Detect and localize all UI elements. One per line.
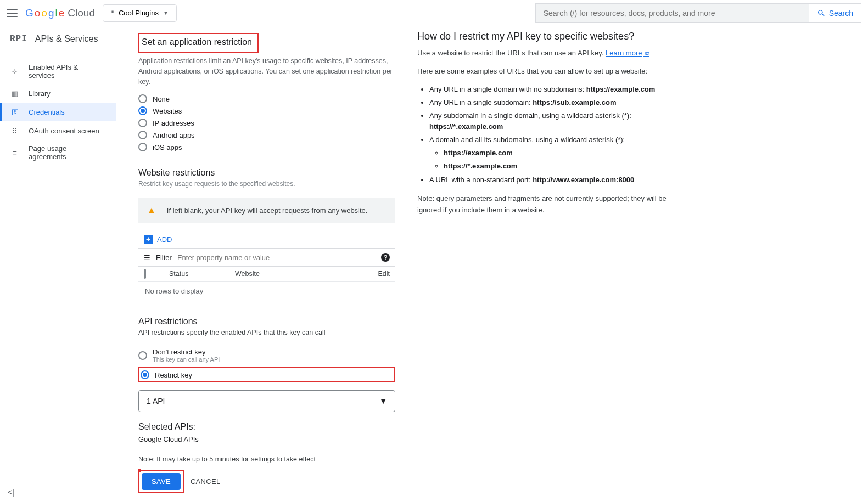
radio-icon <box>138 106 147 115</box>
col-edit: Edit <box>357 270 390 278</box>
filter-row: ☰ Filter ? <box>138 248 395 267</box>
help-sublist-item: https://*.example.com <box>444 161 681 172</box>
help-icon[interactable]: ? <box>381 253 390 262</box>
project-icon: ⠛ <box>111 10 114 16</box>
help-sublist-item: https://example.com <box>444 148 681 159</box>
warning-icon: ▲ <box>147 205 156 215</box>
radio-icon <box>138 143 147 151</box>
sidebar-item-credentials[interactable]: ⚿ Credentials <box>0 103 116 121</box>
help-list-item: Any URL in a single subdomain: https://s… <box>429 97 681 108</box>
filter-icon: ☰ <box>144 254 150 262</box>
filter-label: Filter <box>156 254 172 262</box>
radio-none[interactable]: None <box>138 94 395 103</box>
api-restrictions-title: API restrictions <box>138 317 395 327</box>
sidebar-item-enabled-apis[interactable]: ✧ Enabled APIs & services <box>0 59 116 84</box>
help-list-item: A domain and all its subdomains, using a… <box>429 134 681 172</box>
table-header: Status Website Edit <box>138 267 395 282</box>
button-row: SAVE CANCEL <box>138 470 395 493</box>
radio-icon <box>138 94 147 103</box>
highlight-app-restriction: Set an application restriction <box>138 33 259 53</box>
help-column: How do I restrict my API key to specific… <box>406 26 681 479</box>
radio-icon <box>138 119 147 127</box>
radio-icon <box>138 351 147 360</box>
logo-suffix: Cloud <box>68 7 95 19</box>
app-restriction-desc: Application restrictions limit an API ke… <box>138 56 395 87</box>
learn-more-link[interactable]: Learn more ⧉ <box>606 49 649 57</box>
api-select[interactable]: 1 API ▼ <box>138 390 395 412</box>
api-icon: RPI <box>10 34 27 44</box>
sidebar-item-agreements[interactable]: ≡ Page usage agreements <box>0 140 116 165</box>
add-website-button[interactable]: + ADD <box>138 223 395 248</box>
chevron-down-icon: ▼ <box>163 10 169 16</box>
left-column: Set an application restriction Applicati… <box>116 26 406 479</box>
highlight-restrict-key: Restrict key <box>138 367 395 382</box>
sidenav: RPI APIs & Services ✧ Enabled APIs & ser… <box>0 26 116 501</box>
collapse-handle[interactable]: <| <box>8 488 14 497</box>
radio-ip[interactable]: IP addresses <box>138 119 395 127</box>
section-title-app-restriction: Set an application restriction <box>142 37 252 47</box>
plus-icon: + <box>144 235 153 244</box>
consent-icon: ⠿ <box>10 126 20 136</box>
search-group: Search <box>535 3 861 23</box>
help-list-item: Any subdomain in a single domain, using … <box>429 110 681 132</box>
select-all-checkbox[interactable] <box>144 269 146 279</box>
diamond-icon: ✧ <box>10 66 20 76</box>
help-title: How do I restrict my API key to specific… <box>417 31 681 42</box>
sidebar-item-library[interactable]: ▥ Library <box>0 84 116 103</box>
sidenav-title: RPI APIs & Services <box>0 31 116 53</box>
radio-dont-restrict[interactable]: Don't restrict key This key can call any… <box>138 348 395 363</box>
col-website: Website <box>235 270 357 278</box>
radio-android[interactable]: Android apps <box>138 131 395 139</box>
radio-icon <box>141 370 149 379</box>
project-name: Cool Plugins <box>119 9 159 17</box>
radio-icon <box>138 131 147 139</box>
selected-api: Google Cloud APIs <box>138 435 395 443</box>
api-restriction-options: Don't restrict key This key can call any… <box>138 348 395 382</box>
api-restrictions-desc: API restrictions specify the enabled API… <box>138 328 395 338</box>
filter-input[interactable] <box>177 254 376 262</box>
cancel-button[interactable]: CANCEL <box>191 477 221 486</box>
main: Set an application restriction Applicati… <box>116 26 868 501</box>
help-note: Note: query parameters and fragments are… <box>417 193 681 216</box>
search-button[interactable]: Search <box>809 3 861 23</box>
warning-box: ▲ If left blank, your API key will accep… <box>138 198 395 223</box>
sidebar-item-oauth[interactable]: ⠿ OAuth consent screen <box>0 121 116 140</box>
search-input[interactable] <box>535 3 809 23</box>
project-selector[interactable]: ⠛ Cool Plugins ▼ <box>103 4 177 22</box>
radio-websites[interactable]: Websites <box>138 106 395 115</box>
help-list-item: A URL with a non-standard port: http://w… <box>429 174 681 185</box>
top-header: Google Cloud ⠛ Cool Plugins ▼ Search <box>0 0 868 26</box>
help-list: Any URL in a single domain with no subdo… <box>417 84 681 185</box>
agreement-icon: ≡ <box>10 148 20 157</box>
col-status: Status <box>169 270 235 278</box>
hamburger-icon[interactable] <box>7 8 18 19</box>
highlight-save: SAVE <box>138 470 184 493</box>
chevron-down-icon: ▼ <box>379 397 387 406</box>
save-button[interactable]: SAVE <box>142 473 181 490</box>
radio-restrict-key[interactable]: Restrict key <box>141 370 339 379</box>
website-restrictions-title: Website restrictions <box>138 168 395 178</box>
app-restriction-options: None Websites IP addresses Android apps … <box>138 94 395 151</box>
radio-ios[interactable]: iOS apps <box>138 143 395 151</box>
empty-table: No rows to display <box>138 282 395 301</box>
note-text: Note: It may take up to 5 minutes for se… <box>138 455 395 463</box>
logo[interactable]: Google Cloud <box>25 7 95 19</box>
help-paragraph: Here are some examples of URLs that you … <box>417 66 681 77</box>
help-paragraph: Use a website to restrict the URLs that … <box>417 48 681 59</box>
library-icon: ▥ <box>10 88 20 98</box>
help-list-item: Any URL in a single domain with no subdo… <box>429 84 681 95</box>
search-icon <box>817 9 826 18</box>
key-icon: ⚿ <box>10 107 20 117</box>
external-icon: ⧉ <box>643 50 649 57</box>
website-restrictions-desc: Restrict key usage requests to the speci… <box>138 180 395 188</box>
selected-apis-title: Selected APIs: <box>138 422 395 432</box>
